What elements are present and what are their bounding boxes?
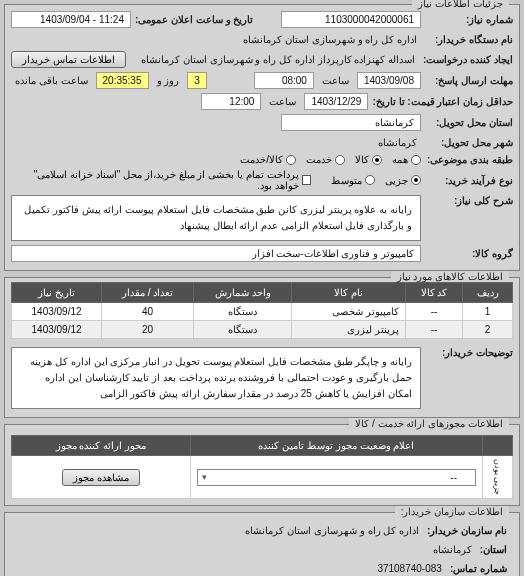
hour-label-1: ساعت — [318, 73, 353, 88]
radio-goods[interactable] — [372, 155, 382, 165]
row-subject-type: طبقه بندی موضوعی: همه کالا خدمت کالا/خدم… — [11, 152, 513, 167]
th-code: کد کالا — [406, 283, 463, 303]
radio-service-label: خدمت — [306, 154, 332, 165]
prov-label: استان: — [480, 544, 507, 555]
view-permit-button[interactable]: مشاهده مجوز — [62, 469, 140, 486]
province-label: استان محل تحویل: — [425, 117, 513, 128]
row-buyer-desc: توضیحات خریدار: رایانه و چاپگر طبق مشخصا… — [11, 345, 513, 411]
buyer-desc-value: رایانه و چاپگر طبق مشخصات فایل استعلام پ… — [11, 347, 421, 409]
org-value: اداره کل راه و شهرسازی استان کرمانشاه — [241, 523, 423, 538]
cell-row: 1 — [463, 303, 513, 321]
checkbox-treasury[interactable] — [302, 175, 311, 185]
row-need-number: شماره نیاز: 1103000042000061 تاریخ و ساع… — [11, 9, 513, 30]
hour-label-2: ساعت — [265, 94, 300, 109]
panel-title: جزئیات اطلاعات نیاز — [412, 0, 509, 9]
row-prov: استان: کرمانشاه — [17, 540, 507, 559]
row-phone: شماره تماس: 37108740-083 — [17, 559, 507, 576]
org-label: نام سازمان خریدار: — [427, 525, 507, 536]
credit-hour: 12:00 — [201, 93, 261, 110]
row-goods-group: گروه کالا: کامپیوتر و فناوری اطلاعات-سخت… — [11, 243, 513, 264]
row-process: نوع فرآیند خرید: جزیی متوسط پرداخت تمام … — [11, 167, 513, 193]
announce-label: تاریخ و ساعت اعلان عمومی: — [135, 14, 253, 25]
need-number-value: 1103000042000061 — [281, 11, 421, 28]
general-desc-label: شرح کلی نیاز: — [425, 195, 513, 206]
requester-label: نام دستگاه خریدار: — [425, 34, 513, 45]
table-row: 1 -- کامپیوتر شخصی دستگاه 40 1403/09/12 — [12, 303, 513, 321]
radio-partial-label: جزیی — [385, 175, 408, 186]
general-desc-value: رایانه به علاوه پرینتر لیزری کانن طبق مش… — [11, 195, 421, 241]
status-select[interactable]: -- — [197, 469, 476, 486]
process-radio-group: جزیی متوسط پرداخت تمام یا بخشی از مبلغ خ… — [11, 169, 421, 191]
row-province: استان محل تحویل: کرمانشاه — [11, 112, 513, 133]
checkbox-treasury-label: پرداخت تمام یا بخشی از مبلغ خرید،از محل … — [11, 169, 299, 191]
goods-group-value: کامپیوتر و فناوری اطلاعات-سخت افزار — [11, 245, 421, 262]
radio-goods-service-label: کالا/خدمت — [240, 154, 283, 165]
radio-service[interactable] — [335, 155, 345, 165]
th-unit: واحد شمارش — [194, 283, 292, 303]
cell-code: -- — [406, 321, 463, 339]
panel3-title: اطلاعات مجوزهای ارائه خدمت / کالا — [349, 418, 509, 429]
cell-qty: 40 — [102, 303, 194, 321]
subject-radio-group: همه کالا خدمت کالا/خدمت — [240, 154, 421, 165]
status-cell: -- — [190, 456, 482, 499]
remain-days: 3 — [187, 72, 207, 89]
need-details-panel: جزئیات اطلاعات نیاز شماره نیاز: 11030000… — [4, 4, 520, 271]
hint-cell: جزیی بودن — [483, 456, 513, 499]
radio-medium-label: متوسط — [331, 175, 362, 186]
deadline-hour: 08:00 — [254, 72, 314, 89]
radio-goods-service[interactable] — [286, 155, 296, 165]
cell-unit: دستگاه — [194, 321, 292, 339]
need-number-label: شماره نیاز: — [425, 14, 513, 25]
price-credit-label: حداقل زمان اعتبار قیمت: تا تاریخ: — [372, 96, 513, 107]
remain-time: 20:35:35 — [96, 72, 149, 89]
row-city: شهر محل تحویل: کرمانشاه — [11, 133, 513, 152]
radio-goods-label: کالا — [355, 154, 369, 165]
cell-name: کامپیوتر شخصی — [292, 303, 406, 321]
goods-info-panel: اطلاعات کالاهای مورد نیاز ردیف کد کالا ن… — [4, 277, 520, 418]
creator-value: اسداله کهنزاده کارپرداز اداره کل راه و ش… — [137, 52, 419, 67]
panel2-title: اطلاعات کالاهای مورد نیاز — [391, 271, 509, 282]
radio-all-label: همه — [392, 154, 408, 165]
th-name: نام کالا — [292, 283, 406, 303]
cell-date: 1403/09/12 — [12, 321, 102, 339]
prov-value: کرمانشاه — [429, 542, 476, 557]
row-price-credit: حداقل زمان اعتبار قیمت: تا تاریخ: 1403/1… — [11, 91, 513, 112]
buyer-contact-button[interactable]: اطلاعات تماس خریدار — [11, 51, 126, 68]
buyer-org-panel: اطلاعات سازمان خریدار: نام سازمان خریدار… — [4, 512, 520, 576]
th-status: اعلام وضعیت مجوز توسط تامین کننده — [190, 436, 482, 456]
auth-cell: مشاهده مجوز — [12, 456, 191, 499]
credit-date: 1403/12/29 — [304, 93, 368, 110]
deadline-date: 1403/09/08 — [357, 72, 421, 89]
row-requester: نام دستگاه خریدار: اداره کل راه و شهرساز… — [11, 30, 513, 49]
remain-suffix: ساعت باقی مانده — [11, 73, 92, 88]
radio-medium[interactable] — [365, 175, 375, 185]
city-value: کرمانشاه — [374, 135, 421, 150]
panel4-title: اطلاعات سازمان خریدار: — [395, 506, 509, 517]
city-label: شهر محل تحویل: — [425, 137, 513, 148]
cell-name: پرینتر لیزری — [292, 321, 406, 339]
buyer-desc-label: توضیحات خریدار: — [425, 347, 513, 358]
announce-value: 11:24 - 1403/09/04 — [11, 11, 131, 28]
deadline-label: مهلت ارسال پاسخ: — [425, 75, 513, 86]
row-deadline: مهلت ارسال پاسخ: 1403/09/08 ساعت 08:00 3… — [11, 70, 513, 91]
th-qty: تعداد / مقدار — [102, 283, 194, 303]
goods-group-label: گروه کالا: — [425, 248, 513, 259]
cell-date: 1403/09/12 — [12, 303, 102, 321]
radio-all[interactable] — [411, 155, 421, 165]
th-auth: محور ارائه کننده مجوز — [12, 436, 191, 456]
goods-table: ردیف کد کالا نام کالا واحد شمارش تعداد /… — [11, 282, 513, 339]
phone-label: شماره تماس: — [450, 563, 507, 574]
row-general-desc: شرح کلی نیاز: رایانه به علاوه پرینتر لیز… — [11, 193, 513, 243]
cell-row: 2 — [463, 321, 513, 339]
cell-code: -- — [406, 303, 463, 321]
row-org: نام سازمان خریدار: اداره کل راه و شهرساز… — [17, 521, 507, 540]
radio-partial[interactable] — [411, 175, 421, 185]
th-hint — [483, 436, 513, 456]
process-label: نوع فرآیند خرید: — [425, 175, 513, 186]
phone-value: 37108740-083 — [373, 561, 446, 576]
creator-label: ایجاد کننده درخواست: — [423, 54, 513, 65]
row-creator: ایجاد کننده درخواست: اسداله کهنزاده کارپ… — [11, 49, 513, 70]
cell-qty: 20 — [102, 321, 194, 339]
cell-unit: دستگاه — [194, 303, 292, 321]
requester-value: اداره کل راه و شهرسازی استان کرمانشاه — [239, 32, 421, 47]
